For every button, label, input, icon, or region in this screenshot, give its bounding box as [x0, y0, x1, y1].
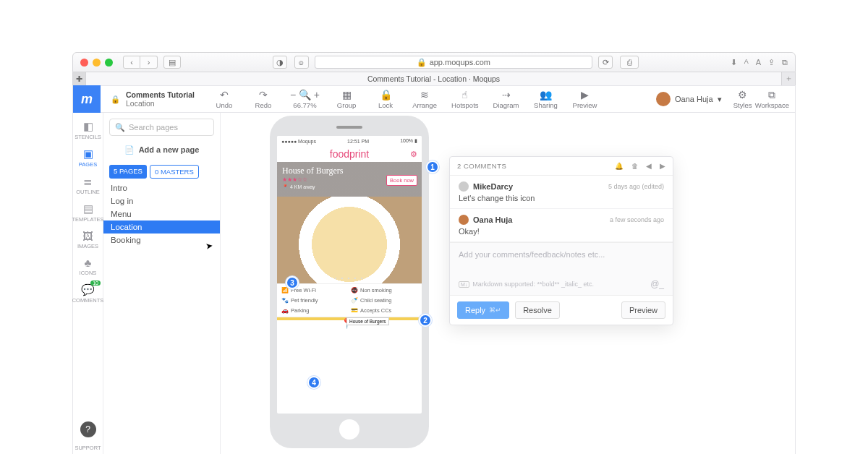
- comment-marker-4[interactable]: 4: [307, 376, 320, 389]
- arrange-button[interactable]: ≋Arrange: [412, 89, 437, 109]
- tabs-icon[interactable]: ⧉: [782, 58, 788, 67]
- current-tab[interactable]: Comments Tutorial - Location · Moqups: [86, 72, 782, 85]
- sidebar-toggle[interactable]: ▤: [163, 56, 181, 69]
- comment-marker-2[interactable]: 2: [419, 314, 432, 327]
- address-area: ◑ ⌾ 🔒 app.moqups.com ⟳ ⎙: [181, 56, 731, 69]
- reply-button[interactable]: Reply⌘↵: [457, 301, 509, 319]
- text-small-icon[interactable]: A: [744, 58, 749, 67]
- page-intro[interactable]: Intro: [103, 181, 220, 194]
- page-booking[interactable]: Booking: [103, 234, 220, 247]
- next-comment-button[interactable]: ▶: [660, 162, 666, 170]
- book-now-button[interactable]: Book now: [386, 175, 417, 186]
- user-name: Oana Huja: [675, 95, 713, 103]
- rail-outline[interactable]: ≣OUTLINE: [73, 172, 103, 197]
- rail-templates[interactable]: ▤TEMPLATES: [73, 200, 103, 224]
- downloads-icon[interactable]: ⬇︎: [731, 58, 737, 67]
- resolve-button[interactable]: Resolve: [515, 301, 560, 319]
- hero-section: House of Burgers ★★★☆☆ 📍 4 KM away Book …: [277, 162, 422, 197]
- lock-icon[interactable]: 🔒: [111, 95, 120, 104]
- phone-speaker: [336, 126, 362, 129]
- canvas[interactable]: ●●●●● Moqups12:51 PM 100% ▮ foodprint ⚙ …: [221, 113, 795, 454]
- tool-group-left: ↶Undo ↷Redo − 🔍 +66.77% ▦Group 🔒Lock ≋Ar…: [212, 89, 597, 109]
- redo-button[interactable]: ↷Redo: [251, 89, 276, 109]
- user-menu[interactable]: Oana Huja ▾: [656, 92, 722, 106]
- back-button[interactable]: ‹: [123, 56, 140, 69]
- markdown-hint: M↓ Markdown supported: **bold** _italic_…: [459, 279, 664, 289]
- page-location[interactable]: Location: [103, 220, 220, 234]
- popover-footer: Reply⌘↵ Resolve Preview: [450, 296, 673, 325]
- app-logo[interactable]: m: [73, 85, 101, 113]
- seg-pages[interactable]: 5 PAGES: [109, 165, 147, 179]
- wifi-icon: 📶: [281, 287, 289, 294]
- hero-image: • • • • •: [277, 197, 422, 283]
- share-icon[interactable]: ⇪: [768, 58, 775, 67]
- text-large-icon[interactable]: A: [756, 58, 761, 67]
- rail-comments[interactable]: 💬COMMENTS: [73, 280, 103, 305]
- new-tab-button[interactable]: ＋: [782, 72, 795, 85]
- search-placeholder: Search pages: [129, 123, 178, 132]
- nav-buttons: ‹ ›: [123, 56, 158, 69]
- maximize-window[interactable]: [105, 59, 113, 67]
- compose-area[interactable]: Add your comments/feedback/notes etc... …: [450, 242, 673, 296]
- status-bar: ●●●●● Moqups12:51 PM 100% ▮: [277, 136, 422, 146]
- comment-marker-1[interactable]: 1: [426, 160, 439, 174]
- preview-comment-button[interactable]: Preview: [621, 301, 665, 319]
- tab-strip: ✚ Comments Tutorial - Location · Moqups …: [72, 72, 796, 85]
- phone-screen: ●●●●● Moqups12:51 PM 100% ▮ foodprint ⚙ …: [277, 136, 422, 414]
- carousel-dots[interactable]: • • • • •: [277, 275, 422, 281]
- avatar: [459, 181, 469, 192]
- home-button[interactable]: [339, 419, 359, 440]
- rail-images[interactable]: 🖼IMAGES: [73, 227, 103, 251]
- hotspots-button[interactable]: ☝︎Hotspots: [451, 89, 479, 109]
- preview-button[interactable]: ▶Preview: [572, 89, 597, 109]
- browser-chrome: ‹ › ▤ ◑ ⌾ 🔒 app.moqups.com ⟳ ⎙ ⬇︎ A A ⇪ …: [72, 52, 796, 72]
- rail-pages[interactable]: ▣PAGES: [73, 145, 103, 169]
- close-window[interactable]: [80, 59, 88, 67]
- pocket-icon[interactable]: ⌾: [294, 56, 309, 69]
- pin-tab[interactable]: ✚: [73, 72, 86, 85]
- pages-sidebar: 🔍 Search pages 📄 Add a new page 5 PAGES …: [103, 113, 221, 454]
- help-button[interactable]: ?: [80, 421, 96, 437]
- workspace-button[interactable]: ⧉Workspace: [755, 89, 789, 109]
- rail-stencils[interactable]: ◧STENCILS: [73, 117, 103, 142]
- project-titles[interactable]: Comments Tutorial Location: [126, 90, 195, 108]
- avatar: [656, 92, 671, 106]
- page-login[interactable]: Log in: [103, 194, 220, 207]
- undo-button[interactable]: ↶Undo: [212, 89, 237, 109]
- shield-icon[interactable]: ◑: [273, 56, 287, 69]
- gear-icon[interactable]: ⚙: [410, 150, 417, 159]
- cc-icon: 💳: [351, 307, 358, 314]
- sharing-button[interactable]: 👥Sharing: [533, 89, 558, 109]
- styles-button[interactable]: ⚙︎Styles: [731, 89, 755, 109]
- comment-body: Let's change this icon: [459, 194, 664, 202]
- comment-marker-3[interactable]: 3: [286, 276, 299, 289]
- avatar: [459, 215, 469, 225]
- zoom-control[interactable]: − 🔍 +66.77%: [290, 89, 320, 109]
- diagram-button[interactable]: ⇢Diagram: [493, 89, 519, 109]
- lock-icon: 🔒: [417, 58, 427, 67]
- parking-icon: 🚗: [281, 307, 289, 314]
- rail-support[interactable]: SUPPORT: [75, 445, 101, 451]
- rail-icons[interactable]: ♣ICONS: [73, 254, 103, 278]
- reload-button[interactable]: ⟳: [598, 56, 613, 69]
- prev-comment-button[interactable]: ◀: [646, 162, 652, 170]
- popover-header: 2 COMMENTS 🔔 🗑 ◀ ▶: [450, 157, 673, 176]
- trash-icon[interactable]: 🗑: [631, 162, 639, 170]
- comment-author: Oana Huja: [473, 215, 512, 224]
- address-bar[interactable]: 🔒 app.moqups.com: [315, 56, 592, 69]
- map-pin-label: House of Burgers: [346, 317, 389, 325]
- forward-button[interactable]: ›: [140, 56, 158, 69]
- minimize-window[interactable]: [93, 59, 101, 67]
- page-menu[interactable]: Menu: [103, 207, 220, 220]
- browser-right-tools: ⬇︎ A A ⇪ ⧉: [731, 58, 788, 67]
- group-button[interactable]: ▦Group: [334, 89, 359, 109]
- search-pages-input[interactable]: 🔍 Search pages: [109, 119, 214, 136]
- reader-button[interactable]: ⎙: [620, 56, 639, 69]
- seg-masters[interactable]: 0 MASTERS: [150, 165, 199, 179]
- bell-icon[interactable]: 🔔: [615, 162, 624, 170]
- mention-button[interactable]: @_: [650, 279, 664, 289]
- lock-button[interactable]: 🔒Lock: [373, 89, 398, 109]
- add-page-button[interactable]: 📄 Add a new page: [109, 142, 214, 158]
- map-section[interactable]: 📍 House of Burgers: [277, 317, 422, 317]
- comments-popover: 2 COMMENTS 🔔 🗑 ◀ ▶ MikeDarcy 5 days ago …: [449, 156, 673, 325]
